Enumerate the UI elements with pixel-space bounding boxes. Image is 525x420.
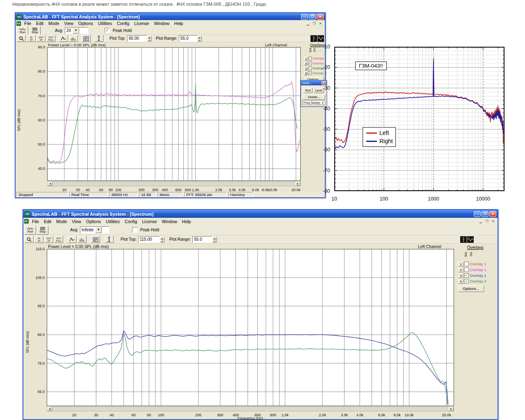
- peak-curve-button[interactable]: [68, 236, 77, 243]
- zoom-out-2x-button[interactable]: OUT 2X: [37, 35, 46, 42]
- scroll-left-icon[interactable]: ◄: [48, 182, 52, 186]
- avg-select[interactable]: 20▼: [65, 27, 88, 34]
- menu-item-view[interactable]: View: [69, 219, 84, 224]
- overlay-checkbox[interactable]: [309, 66, 312, 70]
- plot-top-spinner[interactable]: ▲▼: [160, 237, 164, 242]
- plot-range-spinner[interactable]: ▲▼: [212, 237, 217, 242]
- menu-item-help[interactable]: Help: [180, 219, 194, 224]
- plot-top-input[interactable]: 115.00: [138, 236, 160, 243]
- overlay-options-button[interactable]: Options...: [458, 285, 484, 292]
- minimize-button[interactable]: —: [301, 14, 308, 20]
- mdi-minimize-icon[interactable]: ▁: [306, 22, 310, 25]
- title-bar[interactable]: SpectraLAB - FFT Spectral Analysis Syste…: [16, 13, 325, 20]
- run-button[interactable]: Run: [17, 26, 28, 35]
- menu-item-config[interactable]: Config: [122, 219, 139, 224]
- chevron-down-icon[interactable]: ▼: [95, 227, 102, 233]
- minimize-button[interactable]: —: [474, 211, 481, 217]
- plot-top-input[interactable]: 90.00: [127, 35, 147, 42]
- zoom-in-2x-button[interactable]: IN 2X: [34, 236, 43, 243]
- close-icon[interactable]: ✕: [322, 81, 326, 85]
- scroll-right-icon[interactable]: ►: [449, 407, 454, 411]
- menu-item-mode[interactable]: Mode: [54, 219, 69, 224]
- display-options-button[interactable]: [82, 35, 91, 42]
- menu-item-view[interactable]: View: [62, 21, 76, 26]
- avg-select[interactable]: Infinite▼: [80, 226, 109, 233]
- stop-button[interactable]: Stop: [29, 26, 41, 35]
- plot-range-input[interactable]: 55.0: [179, 35, 197, 42]
- menu-item-options[interactable]: Options: [76, 21, 96, 26]
- mdi-minimize-icon[interactable]: ▁: [478, 219, 483, 223]
- menu-item-window[interactable]: Window: [151, 21, 171, 26]
- run-button[interactable]: Run: [25, 226, 36, 235]
- generator-run-button[interactable]: Run: [304, 88, 313, 93]
- menu-item-utilities[interactable]: Utilities: [96, 21, 114, 26]
- overlay-checkbox[interactable]: ✓: [308, 62, 312, 65]
- peak-hold-checkbox[interactable]: ✓: [105, 28, 110, 33]
- mdi-restore-icon[interactable]: ❐: [312, 22, 317, 25]
- scroll-right-icon[interactable]: ►: [295, 182, 300, 186]
- chevron-down-icon[interactable]: ▼: [73, 27, 79, 34]
- generator-mode-select[interactable]: Freq Sweep▼: [302, 100, 325, 105]
- menu-item-help[interactable]: Help: [172, 21, 186, 26]
- plot-top-spinner[interactable]: ▲▼: [147, 36, 152, 41]
- menu-item-window[interactable]: Window: [159, 219, 179, 224]
- menu-item-options[interactable]: Options: [84, 219, 103, 224]
- menu-item-mode[interactable]: Mode: [46, 21, 62, 26]
- overlay-checkbox[interactable]: ✓: [464, 273, 469, 278]
- marker-button[interactable]: [94, 35, 103, 42]
- menu-item-utilities[interactable]: Utilities: [103, 219, 122, 224]
- spectrum-time-toggle-icon[interactable]: S̲T̲: [460, 236, 467, 243]
- overlay-set-button[interactable]: 4: [304, 71, 307, 75]
- zoom-out-2x-button[interactable]: OUT 2X: [44, 236, 53, 243]
- plot-h-scrollbar[interactable]: ◄ ►: [47, 181, 301, 186]
- marker-button[interactable]: [105, 236, 114, 243]
- spectrum-time-toggle-icon[interactable]: S̲T̲: [310, 35, 317, 42]
- plot-h-scrollbar[interactable]: ◄ ►: [47, 406, 454, 411]
- stop-button[interactable]: Stop: [37, 226, 48, 235]
- zoom-tool-button[interactable]: [17, 35, 26, 42]
- overlay-checkbox[interactable]: ✓: [308, 71, 312, 75]
- menu-item-license[interactable]: License: [132, 21, 151, 26]
- peak-curve-button[interactable]: [59, 35, 68, 42]
- overlay-set-button[interactable]: 2: [304, 62, 307, 66]
- zoom-out-full-button[interactable]: OUT FULL: [54, 236, 63, 243]
- plot-range-input[interactable]: 55.0: [192, 236, 212, 243]
- zoom-tool-button[interactable]: [25, 236, 34, 243]
- overlay-set-button[interactable]: 1: [304, 57, 308, 61]
- maximize-button[interactable]: ❐: [482, 211, 488, 217]
- bars-view-button[interactable]: [78, 236, 87, 243]
- mdi-close-icon[interactable]: ✕: [491, 219, 495, 223]
- menu-item-config[interactable]: Config: [114, 21, 132, 26]
- overlay-set-button[interactable]: 3: [304, 66, 308, 71]
- waveform-toggle-icon[interactable]: [467, 236, 474, 243]
- generator-details-button[interactable]: Details...: [302, 94, 325, 100]
- overlay-set-button[interactable]: 4: [458, 279, 463, 284]
- overlay-checkbox[interactable]: [464, 267, 469, 272]
- scroll-left-icon[interactable]: ◄: [47, 407, 52, 411]
- maximize-button[interactable]: ❐: [309, 14, 316, 20]
- mdi-restore-icon[interactable]: ❐: [484, 219, 489, 223]
- close-button[interactable]: ✕: [489, 211, 496, 217]
- menu-item-license[interactable]: License: [139, 219, 159, 224]
- overlay-set-button[interactable]: 1: [458, 262, 463, 267]
- waveform-toggle-icon[interactable]: [317, 35, 324, 42]
- zoom-in-2x-button[interactable]: IN 2X: [27, 35, 36, 42]
- menu-item-file[interactable]: File: [30, 219, 41, 224]
- menu-item-file[interactable]: File: [22, 21, 34, 26]
- peak-hold-checkbox[interactable]: [132, 227, 137, 233]
- zoom-out-full-button[interactable]: OUT FULL: [46, 35, 55, 42]
- bars-view-button[interactable]: [69, 35, 78, 42]
- menu-item-edit[interactable]: Edit: [34, 21, 46, 26]
- title-bar[interactable]: SpectraLAB - FFT Spectral Analysis Syste…: [23, 210, 498, 218]
- overlay-checkbox[interactable]: [464, 262, 469, 266]
- overlay-set-button[interactable]: 2: [458, 267, 463, 272]
- overlay-checkbox[interactable]: ✓: [464, 279, 469, 283]
- overlay-set-button[interactable]: 3: [458, 273, 463, 278]
- plot-range-spinner[interactable]: ▲▼: [197, 36, 202, 41]
- overlay-checkbox[interactable]: [309, 57, 312, 60]
- menu-item-edit[interactable]: Edit: [41, 219, 54, 224]
- close-button[interactable]: ✕: [317, 14, 324, 20]
- generator-title-bar[interactable]: Gene... ✕: [301, 80, 326, 85]
- display-options-button[interactable]: [91, 236, 100, 243]
- mdi-close-icon[interactable]: ✕: [318, 22, 323, 25]
